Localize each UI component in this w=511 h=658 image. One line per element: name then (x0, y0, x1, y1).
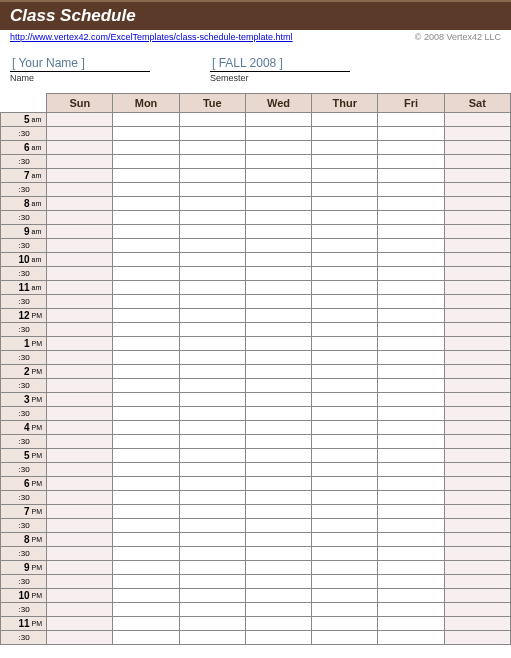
cell[interactable] (113, 239, 179, 253)
cell[interactable] (245, 421, 311, 435)
cell[interactable] (378, 407, 444, 421)
cell[interactable] (312, 155, 378, 169)
cell[interactable] (378, 169, 444, 183)
cell[interactable] (179, 589, 245, 603)
cell[interactable] (47, 351, 113, 365)
cell[interactable] (245, 505, 311, 519)
cell[interactable] (245, 463, 311, 477)
cell[interactable] (179, 141, 245, 155)
cell[interactable] (113, 379, 179, 393)
cell[interactable] (47, 421, 113, 435)
cell[interactable] (378, 505, 444, 519)
cell[interactable] (312, 169, 378, 183)
cell[interactable] (113, 127, 179, 141)
cell[interactable] (245, 379, 311, 393)
cell[interactable] (179, 617, 245, 631)
cell[interactable] (113, 449, 179, 463)
cell[interactable] (179, 155, 245, 169)
cell[interactable] (113, 225, 179, 239)
cell[interactable] (245, 281, 311, 295)
cell[interactable] (378, 421, 444, 435)
cell[interactable] (312, 449, 378, 463)
cell[interactable] (378, 183, 444, 197)
cell[interactable] (312, 267, 378, 281)
cell[interactable] (378, 211, 444, 225)
cell[interactable] (378, 631, 444, 645)
cell[interactable] (113, 351, 179, 365)
cell[interactable] (378, 155, 444, 169)
cell[interactable] (444, 309, 510, 323)
cell[interactable] (179, 421, 245, 435)
cell[interactable] (113, 463, 179, 477)
cell[interactable] (47, 309, 113, 323)
cell[interactable] (245, 253, 311, 267)
template-link[interactable]: http://www.vertex42.com/ExcelTemplates/c… (10, 32, 293, 42)
cell[interactable] (312, 617, 378, 631)
cell[interactable] (179, 603, 245, 617)
cell[interactable] (444, 547, 510, 561)
cell[interactable] (179, 351, 245, 365)
cell[interactable] (312, 253, 378, 267)
cell[interactable] (245, 309, 311, 323)
cell[interactable] (312, 547, 378, 561)
cell[interactable] (245, 127, 311, 141)
cell[interactable] (378, 239, 444, 253)
cell[interactable] (245, 617, 311, 631)
cell[interactable] (312, 379, 378, 393)
cell[interactable] (179, 575, 245, 589)
cell[interactable] (312, 225, 378, 239)
cell[interactable] (444, 505, 510, 519)
cell[interactable] (113, 197, 179, 211)
cell[interactable] (312, 421, 378, 435)
cell[interactable] (378, 589, 444, 603)
cell[interactable] (444, 421, 510, 435)
cell[interactable] (444, 225, 510, 239)
cell[interactable] (113, 365, 179, 379)
cell[interactable] (113, 267, 179, 281)
cell[interactable] (312, 295, 378, 309)
cell[interactable] (113, 547, 179, 561)
cell[interactable] (47, 337, 113, 351)
cell[interactable] (444, 267, 510, 281)
cell[interactable] (179, 631, 245, 645)
cell[interactable] (47, 547, 113, 561)
cell[interactable] (113, 323, 179, 337)
cell[interactable] (378, 603, 444, 617)
cell[interactable] (312, 505, 378, 519)
cell[interactable] (245, 449, 311, 463)
cell[interactable] (47, 197, 113, 211)
cell[interactable] (47, 435, 113, 449)
cell[interactable] (245, 365, 311, 379)
cell[interactable] (245, 519, 311, 533)
cell[interactable] (47, 253, 113, 267)
cell[interactable] (179, 505, 245, 519)
cell[interactable] (444, 113, 510, 127)
cell[interactable] (245, 197, 311, 211)
cell[interactable] (113, 169, 179, 183)
cell[interactable] (113, 253, 179, 267)
cell[interactable] (312, 183, 378, 197)
cell[interactable] (312, 533, 378, 547)
cell[interactable] (47, 239, 113, 253)
cell[interactable] (312, 281, 378, 295)
cell[interactable] (444, 617, 510, 631)
cell[interactable] (113, 505, 179, 519)
cell[interactable] (47, 603, 113, 617)
cell[interactable] (179, 225, 245, 239)
cell[interactable] (245, 351, 311, 365)
cell[interactable] (378, 449, 444, 463)
cell[interactable] (378, 435, 444, 449)
cell[interactable] (179, 449, 245, 463)
cell[interactable] (245, 267, 311, 281)
cell[interactable] (47, 505, 113, 519)
cell[interactable] (179, 491, 245, 505)
cell[interactable] (444, 393, 510, 407)
cell[interactable] (312, 127, 378, 141)
cell[interactable] (179, 393, 245, 407)
cell[interactable] (179, 407, 245, 421)
cell[interactable] (245, 407, 311, 421)
cell[interactable] (378, 127, 444, 141)
cell[interactable] (245, 169, 311, 183)
cell[interactable] (113, 589, 179, 603)
cell[interactable] (444, 169, 510, 183)
